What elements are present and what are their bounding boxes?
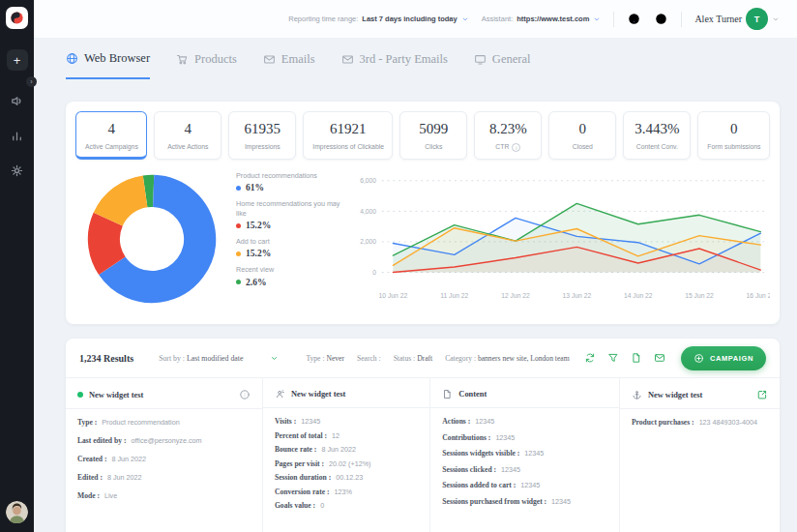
expand-chevron-icon[interactable]: › <box>26 76 37 87</box>
field-value: 123% <box>334 488 351 496</box>
file-icon[interactable] <box>631 352 642 364</box>
app-logo[interactable] <box>6 7 28 29</box>
stat-card-clicks[interactable]: 5099 Clicks <box>399 111 467 160</box>
legend-label: Recent view <box>236 265 350 274</box>
announcements-icon[interactable] <box>10 94 24 108</box>
stat-value: 3.443% <box>633 121 681 137</box>
legend-value: 2.6% <box>246 278 266 287</box>
filter-search[interactable]: Search : <box>357 354 381 363</box>
field-value: 8 Jun 2022 <box>321 445 356 454</box>
tab-label: 3rd - Party Emails <box>360 52 448 67</box>
column-header[interactable]: New widget test <box>66 378 262 408</box>
user-menu[interactable]: Alex Turner T <box>694 8 780 30</box>
column-header[interactable]: Content <box>430 378 619 407</box>
stat-card-content-conv[interactable]: 3.443% Content Conv. <box>623 111 691 160</box>
stat-label: Active Actions <box>163 143 212 150</box>
stat-label: CTRi <box>484 143 532 152</box>
stat-label: Form submissions <box>707 143 760 150</box>
stat-card-impressions[interactable]: 61935 Impressions <box>228 111 296 160</box>
help-icon[interactable] <box>627 12 641 26</box>
stat-card-active-campaigns[interactable]: 4 Active Campaigns <box>75 111 147 160</box>
field-list: Type :Product recommendationLast edited … <box>66 409 262 500</box>
campaign-button[interactable]: CAMPAIGN <box>681 346 766 370</box>
tab-general[interactable]: General <box>474 51 531 79</box>
field-label: Sessions clicked : <box>442 465 496 474</box>
chevron-down-icon <box>772 15 780 23</box>
stat-label: Content Conv. <box>633 143 681 150</box>
field-label: Actions : <box>442 417 470 426</box>
reporting-range-select[interactable]: Reporting time range: Last 7 days includ… <box>288 15 468 23</box>
svg-text:14 Jun 22: 14 Jun 22 <box>624 292 653 299</box>
stat-card-form-submissions[interactable]: 0 Form submissions <box>697 111 770 160</box>
stat-card-impressions-of-clickable[interactable]: 61921 Impressions of Clickable <box>303 111 393 160</box>
legend-dot-icon <box>236 280 241 284</box>
tab-label: Emails <box>281 52 315 67</box>
support-icon[interactable] <box>654 12 668 26</box>
tab-web-browser[interactable]: Web Browser <box>66 51 150 79</box>
refresh-icon[interactable] <box>584 352 596 364</box>
tab-3rd-party-emails[interactable]: 3rd - Party Emails <box>341 51 448 79</box>
external-icon[interactable] <box>756 389 768 400</box>
charts-row: Product recommendations 61% Home recomme… <box>66 160 780 310</box>
add-button[interactable]: + <box>7 49 28 71</box>
filter-type[interactable]: Type : Never <box>306 354 344 363</box>
field-row: Contributions :12345 <box>442 433 607 442</box>
donut-legend: Product recommendations 61% Home recomme… <box>236 165 350 310</box>
field-row: Goals value :0 <box>275 501 418 510</box>
main-content: Web BrowserProductsEmails3rd - Party Ema… <box>34 39 797 532</box>
field-row: Pages per visit :20.02 (+12%) <box>275 459 418 468</box>
legend-dot-icon <box>236 186 241 191</box>
settings-icon[interactable] <box>10 163 24 178</box>
field-value: 12345 <box>495 433 515 442</box>
mail-icon[interactable] <box>654 352 665 364</box>
field-row: Bounce rate :8 Jun 2022 <box>275 445 418 454</box>
column-title: New widget test <box>89 391 143 399</box>
stat-card-closed[interactable]: 0 Closed <box>548 111 616 160</box>
stat-value: 4 <box>163 121 212 137</box>
plus-circle-icon <box>694 353 704 364</box>
stat-card-ctr[interactable]: 8.23% CTRi <box>474 111 542 160</box>
results-toolbar: 1,234 Results Sort by : Last modified da… <box>66 339 780 377</box>
sort-select[interactable]: Sort by : Last modified date <box>159 354 243 363</box>
filter-icon[interactable] <box>607 352 619 364</box>
svg-text:10 Jun 22: 10 Jun 22 <box>379 292 408 299</box>
field-label: Visits : <box>275 417 296 426</box>
info-icon[interactable]: i <box>512 143 520 152</box>
svg-text:11 Jun 22: 11 Jun 22 <box>440 292 468 299</box>
stat-card-active-actions[interactable]: 4 Active Actions <box>154 111 221 160</box>
reporting-range-value: Last 7 days including today <box>362 15 457 23</box>
field-value: Live <box>104 491 117 500</box>
filter-status[interactable]: Status : Draft <box>394 354 433 363</box>
tab-products[interactable]: Products <box>176 51 237 79</box>
field-label: Bounce rate : <box>275 445 316 454</box>
column-header[interactable]: New widget test <box>620 378 780 408</box>
stat-label: Impressions <box>238 143 286 150</box>
filter-category[interactable]: Category : banners new site, London team <box>445 354 569 363</box>
user-name: Alex Turner <box>694 14 742 24</box>
sort-chevron-icon[interactable] <box>270 354 279 363</box>
tab-label: General <box>492 52 531 67</box>
field-label: Pages per visit : <box>275 459 324 468</box>
column-header[interactable]: New widget test <box>263 378 429 407</box>
tab-emails[interactable]: Emails <box>263 51 315 79</box>
field-label: Session duration : <box>275 473 331 482</box>
legend-value: 61% <box>246 183 264 192</box>
field-row: Sessions added to cart :12345 <box>442 481 607 489</box>
top-header: Reporting time range: Last 7 days includ… <box>34 0 797 39</box>
user-photo-avatar[interactable] <box>6 501 28 523</box>
field-value: 12345 <box>520 481 540 489</box>
field-label: Last edited by : <box>77 436 126 445</box>
field-row: Edited :8 Jun 2022 <box>77 473 251 482</box>
tab-bar: Web BrowserProductsEmails3rd - Party Ema… <box>66 51 530 79</box>
field-row: Sessions clicked :12345 <box>442 465 607 474</box>
field-label: Sessions widgets visible : <box>442 449 519 458</box>
field-label: Edited : <box>77 473 103 482</box>
svg-text:4,000: 4,000 <box>360 208 376 215</box>
result-column-content: Content Actions :12345Contributions :123… <box>429 378 619 532</box>
stat-value: 0 <box>707 121 760 137</box>
assistant-select[interactable]: Assistant: https://www.test.com <box>482 15 602 23</box>
analytics-icon[interactable] <box>10 129 24 143</box>
legend-item: Add to cart 15.2% <box>236 237 350 258</box>
more-icon[interactable] <box>239 389 251 400</box>
field-value: 12345 <box>475 417 494 426</box>
